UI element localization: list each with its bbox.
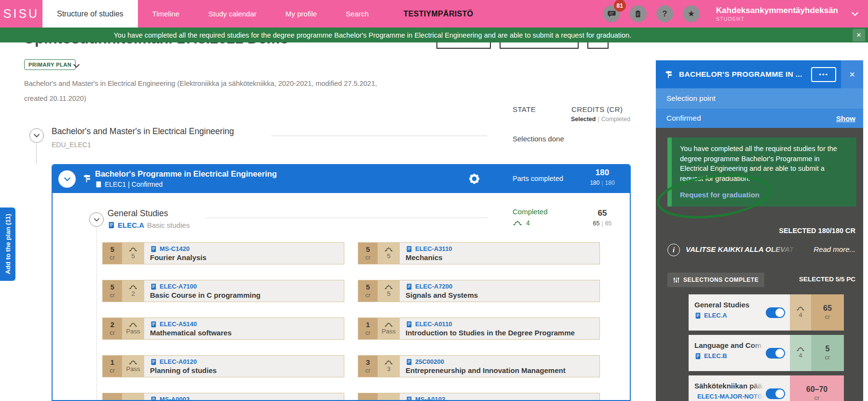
list-item-language-communication[interactable]: Language and Com ELEC.B 4 5 cr [689,335,844,371]
course-card[interactable]: 2cr Pass ELEC-A5140Mathematical software… [102,318,344,340]
notification-badge: 81 [614,0,626,12]
module-code-row: ELEC.A Basic studies [108,221,190,229]
root-state: Selections done [513,135,564,143]
course-card[interactable]: 5cr 5 MS-C1420Fourier Analysis [102,242,344,264]
star-icon[interactable]: ★ [683,5,700,22]
selections-complete-chip[interactable]: SELECTIONS COMPLETE [667,273,764,287]
root-expand-chevron-icon[interactable] [29,128,44,143]
module-state: Completed [513,207,548,216]
show-link[interactable]: Show [836,114,855,123]
selection-rule-text: VALITSE KAIKKI ALLA OLEVAT K [686,245,797,253]
confirmed-row: Confirmed Show [656,109,863,128]
item-grade-cell: 4 [790,335,811,371]
course-card[interactable]: cr MS-A0003 [102,393,344,401]
tab-my-profile[interactable]: My profile [271,0,331,28]
programme-header: Bachelor's Programme in Electrical Engin… [53,165,630,193]
selection-sidebar: BACHELOR'S PROGRAMME IN ... ••• × Select… [656,60,863,401]
module-expand-chevron-icon[interactable] [89,212,104,227]
sidebar-close-icon[interactable]: × [841,60,863,88]
toggle-major[interactable] [766,388,785,399]
item-credits-cell: 5 cr [811,335,844,371]
rosette-icon [468,173,480,185]
sidebar-more-button[interactable]: ••• [811,67,836,82]
read-more-link[interactable]: Read more... [814,245,855,253]
course-card[interactable]: 5cr 2 ELEC-A7100Basic Course in C progra… [102,280,344,302]
laurel-icon [129,284,137,290]
item-credits-cell: 65 cr [811,294,844,331]
book-icon [406,283,412,290]
toggle-general-studies[interactable] [766,307,785,318]
course-card[interactable]: 1cr Pass ELEC-A0120Planning of studies [102,355,344,377]
laurel-icon [796,306,805,311]
divider [271,136,487,136]
graduation-notice-text: You have completed all the required stud… [680,144,849,183]
tab-study-calendar[interactable]: Study calendar [194,0,271,28]
tree-connector [36,143,37,164]
laurel-icon [384,322,393,328]
plan-select-chevron-icon[interactable] [72,61,81,70]
environment-label: TESTIYMPÄRISTÖ [404,0,474,28]
laurel-icon [384,284,393,290]
laurel-icon [384,360,393,365]
course-card[interactable]: 3cr 3 25C00200Entrepreneurship and Innov… [358,355,600,377]
programme-title: Bachelor's Programme in Electrical Engin… [95,169,277,179]
toggle-language-communication[interactable] [766,348,785,359]
tab-search[interactable]: Search [331,0,383,28]
column-header-credits: CREDITS (CR) [571,105,623,113]
book-icon [406,359,412,365]
book-icon [150,359,157,365]
laurel-icon [796,346,805,352]
list-item-general-studies[interactable]: General Studies ELEC.A 4 65 cr [689,294,844,331]
clipboard-icon[interactable] [630,5,647,22]
programme-card: Bachelor's Programme in Electrical Engin… [52,164,631,401]
user-role: STUDENT [716,16,838,22]
tab-timeline[interactable]: Timeline [138,0,194,28]
course-card[interactable]: cr MS-A0103 [358,393,600,401]
graduation-banner: You have completed all the required stud… [0,28,868,42]
root-degree-code: EDU_ELEC1 [52,141,91,149]
root-degree-title: Bachelor's and Master's in Electrical En… [52,126,234,137]
user-menu-chevron-icon[interactable] [851,9,859,18]
messages-icon[interactable]: 81 [603,5,620,22]
selection-point-row: Selection point [656,88,863,109]
selection-items: General Studies ELEC.A 4 65 cr Language … [689,294,844,401]
primary-plan-badge[interactable]: PRIMARY PLAN [24,59,76,70]
book-icon [694,312,701,319]
sidebar-header: BACHELOR'S PROGRAMME IN ... ••• × [656,60,863,88]
graduation-banner-text: You have completed all the required stud… [0,31,745,39]
banner-close-icon[interactable]: × [853,29,865,41]
programme-state: Parts completed [513,175,563,182]
course-card[interactable]: 1cr Pass ELEC-A0110Introduction to Studi… [358,318,600,340]
tab-structure-of-studies[interactable]: Structure of studies [42,0,138,28]
laurel-icon [129,247,137,252]
tree-connector [96,228,97,401]
user-menu[interactable]: Kahdeksankymmentäyhdeksän STUDENT [716,6,838,22]
book-icon [150,396,157,401]
book-icon [406,396,412,401]
module-credits: 65 65|65 [573,208,631,227]
help-icon[interactable]: ? [656,5,673,22]
programme-collapse-chevron-icon[interactable] [58,170,76,188]
book-icon [150,321,157,328]
sisu-logo[interactable]: SISU [0,0,42,28]
laurel-icon [129,360,137,365]
graduation-notice: You have completed all the required stud… [667,138,856,207]
request-for-graduation-link[interactable]: Request for graduation [680,191,760,199]
course-card[interactable]: 5cr 5 ELEC-A3110Mechanics [358,242,600,264]
signpost-icon [81,173,92,183]
book-icon [406,321,412,328]
divider [206,218,488,218]
column-subheader: Selected|Completed [571,116,630,123]
selected-credits-summary: SELECTED 180/180 CR [779,227,855,235]
sidebar-title: BACHELOR'S PROGRAMME IN ... [679,70,811,79]
module-grade: 4 [513,219,530,227]
add-to-plan-tab[interactable]: Add to the plan (11) [0,207,15,281]
info-icon: i [667,244,680,256]
course-card[interactable]: 5cr 5 ELEC-A7200Signals and Systems [358,280,600,302]
book-icon [406,246,412,252]
book-icon [150,283,157,290]
column-header-state: STATE [513,105,536,113]
sidebar-body: You have completed all the required stud… [656,128,863,401]
plan-description: Bachelor's and Master's in Electrical En… [24,76,377,106]
list-item-major[interactable]: Sähkötekniikan pääaine ELEC1-MAJOR-NOTGR… [689,375,844,401]
